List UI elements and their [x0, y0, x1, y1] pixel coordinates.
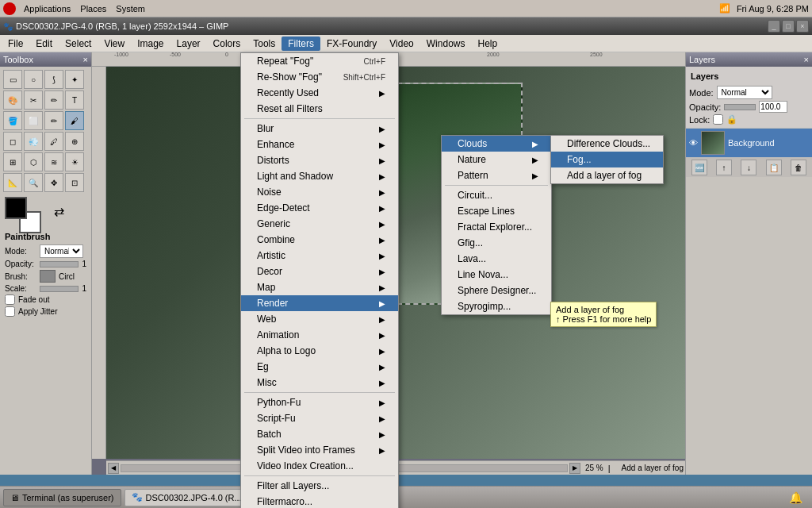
tool-blend[interactable]: ⬜: [24, 111, 43, 130]
tool-airbrush[interactable]: 💨: [24, 132, 43, 151]
menu-file[interactable]: File: [2, 37, 29, 51]
menu-video[interactable]: Video: [383, 37, 419, 51]
toolbox-close-btn[interactable]: ×: [83, 55, 88, 64]
clouds-difference-clouds[interactable]: Difference Clouds...: [551, 136, 663, 152]
filters-recently-used[interactable]: Recently Used ▶: [241, 85, 398, 101]
taskbar-gimp[interactable]: 🐾 DSC00302.JPG-4.0 (R...: [124, 489, 249, 506]
scale-slider[interactable]: [40, 286, 79, 292]
render-escape-lines[interactable]: Escape Lines: [442, 203, 551, 219]
filters-alpha-to-logo[interactable]: Alpha to Logo ▶: [241, 343, 398, 359]
menu-help[interactable]: Help: [471, 37, 504, 51]
tool-align[interactable]: ⊡: [65, 173, 84, 192]
tool-move[interactable]: ✥: [44, 173, 63, 192]
tool-bucket-fill[interactable]: 🪣: [3, 111, 22, 130]
layers-opacity-slider[interactable]: [724, 104, 756, 110]
tool-ink[interactable]: 🖊: [44, 132, 63, 151]
fade-out-checkbox[interactable]: [5, 294, 15, 305]
layer-visibility-icon[interactable]: 👁: [689, 138, 698, 148]
swap-colors-btn[interactable]: ⇄: [54, 204, 64, 219]
clouds-add-layer-fog[interactable]: Add a layer of fog: [551, 167, 663, 183]
filters-split-video[interactable]: Split Video into Frames ▶: [241, 442, 398, 458]
render-circuit[interactable]: Circuit...: [442, 187, 551, 203]
tool-heal[interactable]: ⊞: [3, 152, 22, 171]
filters-filter-all-layers[interactable]: Filter all Layers...: [241, 478, 398, 494]
filters-noise[interactable]: Noise ▶: [241, 184, 398, 200]
applications-menu[interactable]: Applications: [19, 2, 75, 15]
places-menu[interactable]: Places: [75, 2, 111, 15]
tool-zoom[interactable]: 🔍: [24, 173, 43, 192]
layers-close-btn[interactable]: ×: [804, 55, 809, 64]
filters-repeat-fog[interactable]: Repeat "Fog" Ctrl+F: [241, 53, 398, 69]
menu-layer[interactable]: Layer: [170, 37, 207, 51]
filters-enhance[interactable]: Enhance ▶: [241, 137, 398, 152]
menu-tools[interactable]: Tools: [247, 37, 282, 51]
filters-video-index[interactable]: Video Index Creation...: [241, 458, 398, 474]
render-gfig[interactable]: Gfig...: [442, 235, 551, 251]
tool-free-select[interactable]: ⟆: [44, 70, 63, 89]
tool-text[interactable]: T: [65, 90, 84, 110]
filters-web[interactable]: Web ▶: [241, 311, 398, 327]
menu-view[interactable]: View: [98, 37, 131, 51]
tool-paintbrush[interactable]: 🖌: [65, 111, 84, 130]
tool-fuzzy-select[interactable]: ✦: [65, 70, 84, 89]
menu-image[interactable]: Image: [131, 37, 170, 51]
tool-scissors[interactable]: ✂: [24, 90, 43, 110]
filters-light-shadow[interactable]: Light and Shadow ▶: [241, 168, 398, 184]
taskbar-terminal[interactable]: 🖥 Terminal (as superuser): [3, 489, 121, 506]
filters-generic[interactable]: Generic ▶: [241, 216, 398, 232]
menu-select[interactable]: Select: [59, 37, 98, 51]
render-fractal-explorer[interactable]: Fractal Explorer...: [442, 219, 551, 235]
layers-mode-select[interactable]: Normal: [717, 86, 772, 99]
new-layer-btn[interactable]: 🆕: [691, 160, 707, 175]
render-lava[interactable]: Lava...: [442, 251, 551, 267]
filters-batch[interactable]: Batch ▶: [241, 426, 398, 442]
raise-layer-btn[interactable]: ↑: [716, 160, 732, 175]
delete-layer-btn[interactable]: 🗑: [791, 160, 806, 175]
minimize-button[interactable]: _: [768, 20, 780, 33]
menu-fx-foundry[interactable]: FX-Foundry: [320, 37, 383, 51]
lower-layer-btn[interactable]: ↓: [741, 160, 756, 175]
menu-windows[interactable]: Windows: [420, 37, 472, 51]
filters-reshow-fog[interactable]: Re-Show "Fog" Shift+Ctrl+F: [241, 69, 398, 85]
render-line-nova[interactable]: Line Nova...: [442, 267, 551, 283]
tool-blur[interactable]: ≋: [44, 152, 63, 171]
menu-edit[interactable]: Edit: [29, 37, 59, 51]
scroll-right-btn[interactable]: ▶: [569, 463, 580, 474]
render-pattern[interactable]: Pattern ▶: [442, 167, 551, 183]
filters-script-fu[interactable]: Script-Fu ▶: [241, 410, 398, 426]
filters-python-fu[interactable]: Python-Fu ▶: [241, 394, 398, 410]
filters-blur[interactable]: Blur ▶: [241, 121, 398, 137]
apply-jitter-checkbox[interactable]: [5, 306, 15, 317]
render-spyrogimp[interactable]: Spyrogimp...: [442, 298, 551, 314]
filters-eg[interactable]: Eg ▶: [241, 359, 398, 375]
mode-select[interactable]: Normal: [40, 244, 83, 258]
duplicate-layer-btn[interactable]: 📋: [766, 160, 782, 175]
tool-ellipse-select[interactable]: ○: [24, 70, 43, 89]
opacity-slider[interactable]: [40, 261, 79, 267]
filters-map[interactable]: Map ▶: [241, 279, 398, 295]
filters-artistic[interactable]: Artistic ▶: [241, 248, 398, 264]
menu-filters[interactable]: Filters: [282, 37, 320, 51]
filters-filtermacro[interactable]: Filtermacro...: [241, 494, 398, 508]
layers-opacity-input[interactable]: [759, 101, 787, 113]
render-nature[interactable]: Nature ▶: [442, 152, 551, 167]
close-button[interactable]: ×: [796, 20, 809, 33]
filters-decor[interactable]: Decor ▶: [241, 264, 398, 279]
tool-eraser[interactable]: ◻: [3, 132, 22, 151]
render-clouds[interactable]: Clouds ▶: [442, 136, 551, 152]
clouds-fog[interactable]: Fog...: [551, 152, 663, 167]
foreground-color-swatch[interactable]: [5, 197, 27, 219]
tool-paths[interactable]: ✏: [44, 90, 63, 110]
tool-dodge-burn[interactable]: ☀: [65, 152, 84, 171]
filters-misc[interactable]: Misc ▶: [241, 375, 398, 391]
tool-rect-select[interactable]: ▭: [3, 70, 22, 89]
tool-measure[interactable]: 📐: [3, 173, 22, 192]
layer-item-background[interactable]: 👁 Background: [686, 129, 812, 157]
filters-render[interactable]: Render ▶: [241, 295, 398, 311]
maximize-button[interactable]: □: [782, 20, 795, 33]
filters-animation[interactable]: Animation ▶: [241, 327, 398, 343]
tool-pencil[interactable]: ✏: [44, 111, 63, 130]
system-menu[interactable]: System: [111, 2, 150, 15]
render-sphere-designer[interactable]: Sphere Designer...: [442, 283, 551, 298]
menu-colors[interactable]: Colors: [207, 37, 247, 51]
